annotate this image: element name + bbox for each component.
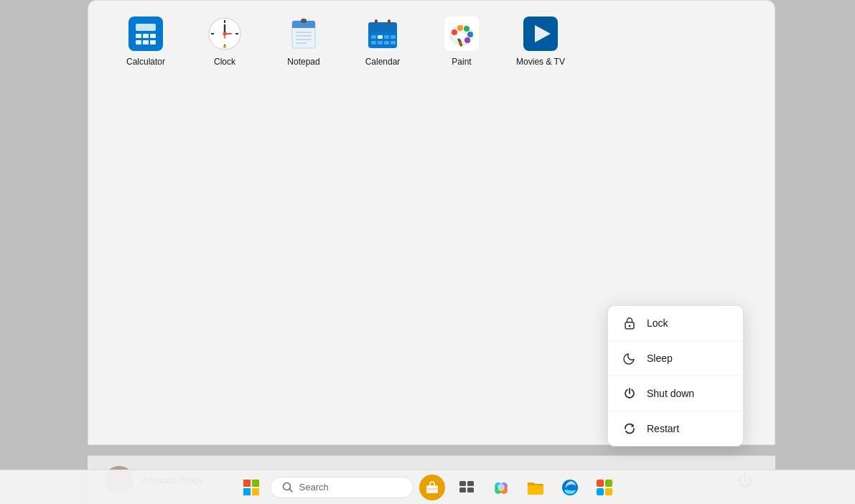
restart-icon	[622, 421, 637, 436]
lock-label: Lock	[647, 317, 668, 329]
power-menu-shutdown[interactable]: Shut down	[608, 376, 743, 411]
svg-rect-36	[384, 41, 389, 45]
svg-rect-80	[605, 488, 612, 495]
svg-point-43	[457, 25, 463, 31]
svg-rect-68	[459, 487, 466, 493]
svg-rect-4	[150, 34, 156, 38]
svg-rect-29	[368, 29, 397, 32]
svg-point-74	[497, 484, 505, 491]
calculator-icon	[127, 15, 164, 52]
app-calculator[interactable]: Calculator	[117, 15, 174, 67]
svg-rect-58	[243, 480, 251, 487]
copilot-icon	[491, 477, 511, 498]
shutdown-icon	[622, 386, 637, 401]
movies-svg	[523, 17, 558, 51]
svg-point-44	[464, 26, 469, 32]
notepad-icon	[285, 15, 322, 52]
notepad-label: Notepad	[287, 57, 319, 67]
svg-rect-31	[378, 35, 383, 39]
paint-svg	[444, 17, 479, 51]
svg-rect-5	[136, 40, 141, 45]
app-clock[interactable]: Clock	[196, 15, 253, 67]
shutdown-label: Shut down	[647, 388, 694, 399]
svg-rect-38	[375, 19, 378, 25]
svg-point-49	[457, 32, 466, 39]
svg-rect-1	[136, 24, 156, 31]
svg-rect-60	[243, 488, 251, 495]
svg-rect-37	[391, 41, 396, 45]
svg-rect-75	[528, 484, 543, 495]
notepad-svg	[286, 17, 321, 51]
taskbar-copilot[interactable]	[485, 472, 517, 503]
sleep-icon	[622, 351, 637, 365]
taskbar-work-item[interactable]	[416, 472, 448, 503]
calendar-label: Calendar	[365, 57, 401, 67]
svg-rect-7	[150, 40, 156, 45]
power-context-menu: Lock Sleep Shut down Restart	[607, 305, 744, 447]
clock-svg	[207, 17, 242, 51]
svg-rect-21	[292, 25, 315, 28]
file-explorer-icon	[526, 478, 545, 497]
svg-rect-69	[467, 487, 474, 493]
svg-point-17	[223, 32, 227, 36]
svg-rect-3	[143, 34, 149, 38]
calculator-label: Calculator	[126, 57, 165, 67]
movies-tv-label: Movies & TV	[516, 57, 565, 67]
taskbar: Search	[0, 470, 855, 504]
paint-label: Paint	[452, 57, 471, 67]
svg-rect-77	[597, 480, 604, 487]
taskbar-start-button[interactable]	[235, 472, 267, 503]
calendar-svg	[365, 17, 400, 51]
svg-rect-26	[301, 19, 307, 23]
svg-rect-61	[252, 488, 259, 495]
restart-label: Restart	[647, 423, 679, 434]
svg-rect-78	[605, 480, 612, 487]
windows-logo-icon	[243, 479, 260, 496]
svg-rect-34	[371, 41, 376, 45]
svg-line-63	[289, 489, 292, 492]
app-movies-tv[interactable]: Movies & TV	[512, 15, 569, 67]
lock-icon	[622, 316, 637, 330]
app-paint[interactable]: Paint	[433, 15, 490, 67]
task-view-icon	[458, 479, 475, 496]
svg-rect-33	[391, 35, 396, 39]
svg-point-45	[467, 32, 473, 37]
edge-icon	[561, 478, 579, 497]
svg-rect-35	[378, 41, 383, 45]
svg-rect-59	[252, 480, 259, 487]
svg-point-57	[629, 325, 631, 327]
app-calendar[interactable]: Calendar	[354, 15, 411, 67]
app-notepad[interactable]: Notepad	[275, 15, 332, 67]
taskbar-file-explorer[interactable]	[520, 472, 551, 503]
store-icon	[595, 478, 614, 497]
sleep-label: Sleep	[647, 353, 673, 364]
calculator-svg	[129, 17, 163, 51]
power-menu-sleep[interactable]: Sleep	[608, 341, 743, 376]
svg-rect-79	[597, 488, 604, 495]
svg-rect-66	[459, 481, 466, 486]
svg-point-42	[452, 29, 457, 35]
svg-rect-2	[136, 34, 141, 38]
svg-rect-32	[384, 35, 389, 39]
svg-point-18	[223, 45, 226, 48]
taskbar-search[interactable]: Search	[270, 477, 414, 498]
svg-rect-6	[143, 40, 149, 45]
taskbar-task-view[interactable]	[451, 472, 482, 503]
search-icon	[282, 482, 294, 493]
apps-grid: Calculator	[88, 1, 775, 81]
power-menu-restart[interactable]: Restart	[608, 411, 743, 446]
calendar-icon	[364, 15, 401, 52]
clock-icon	[206, 15, 243, 52]
svg-rect-39	[388, 19, 391, 25]
paint-icon	[443, 15, 480, 52]
search-placeholder-text: Search	[299, 482, 329, 493]
svg-point-46	[464, 37, 470, 43]
svg-rect-30	[371, 35, 376, 39]
movies-tv-icon	[522, 15, 559, 52]
power-menu-lock[interactable]: Lock	[608, 306, 743, 341]
taskbar-edge[interactable]	[554, 472, 586, 503]
taskbar-store[interactable]	[589, 472, 620, 503]
clock-label: Clock	[214, 57, 235, 67]
briefcase-icon	[419, 475, 445, 500]
svg-rect-67	[467, 481, 474, 486]
